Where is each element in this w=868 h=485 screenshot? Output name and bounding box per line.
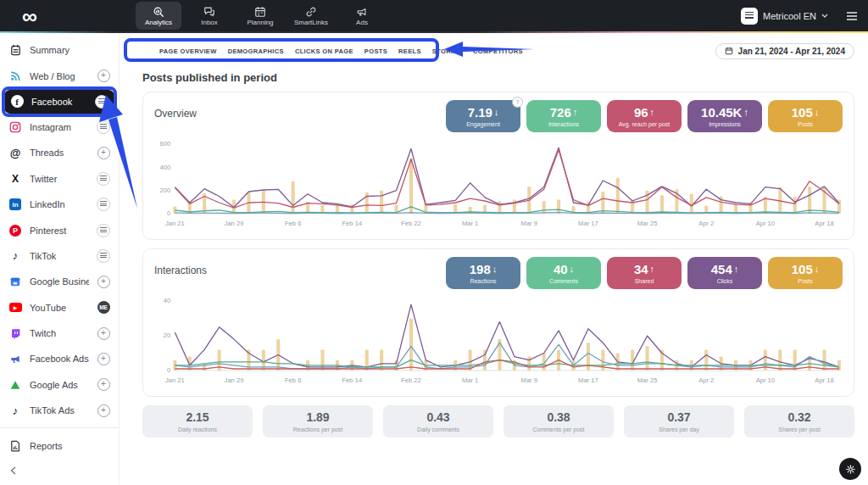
sidebar-item-google-ads[interactable]: Google Ads + [0,372,119,398]
sidebar-item-summary[interactable]: Summary [0,37,119,63]
svg-text:40: 40 [164,298,170,305]
settings-fab[interactable] [839,458,861,480]
interactions-card: Interactions 198↓ Reactions 40↓ Comments… [142,248,854,397]
svg-text:Apr 2: Apr 2 [698,220,714,227]
stat-card-shares-per-day: 0.37 Shares per day [624,405,734,438]
svg-text:Feb 6: Feb 6 [285,220,301,227]
chart-bar [542,201,546,214]
metric-chip-clicks[interactable]: 454↑ Clicks [687,257,762,289]
subnav-tab-posts[interactable]: POSTS [364,47,387,55]
info-icon[interactable]: ? [512,97,523,108]
stat-card-daily-comments: 0.43 Daily comments [383,405,493,438]
summary-icon [8,44,22,57]
connected-account-badge [97,172,110,186]
gear-icon [845,464,856,475]
subnav-tab-stories[interactable]: STORIES [432,47,462,55]
connect-plus-button[interactable]: + [97,147,110,159]
svg-text:Jan 29: Jan 29 [225,376,244,384]
connect-plus-button[interactable]: + [97,378,110,391]
subnav-tab-demographics[interactable]: DEMOGRAPHICS [228,47,284,55]
svg-text:0: 0 [167,210,170,218]
connected-account-badge [97,224,110,237]
trend-up-icon: ↑ [650,108,655,117]
footer-stats-row: 2.15 Daily reactions 1.89 Reactions per … [142,405,854,438]
chart-line-purple [175,304,839,367]
chart-bar [646,346,649,371]
connect-plus-button[interactable]: + [97,276,110,288]
connect-plus-button[interactable]: + [97,404,110,417]
facebook-ads-icon [8,353,22,365]
connect-plus-button[interactable]: + [97,327,110,340]
sidebar-item-reports[interactable]: Reports [0,432,119,458]
sidebar: Summary Web / Blog + f Facebook Instagra… [0,33,119,485]
sidebar-item-youtube[interactable]: ▶ YouTube ME [0,295,119,321]
metric-chip-shared[interactable]: 34↑ Shared [607,257,682,289]
chart-bar [409,158,413,214]
svg-text:Mar 1: Mar 1 [462,220,478,227]
overview-metric-chips: ? 7.19↓ Engagement 726↑ Interactions 96↑… [446,100,843,132]
subnav-tab-reels[interactable]: REELS [398,47,421,55]
top-tab-planning[interactable]: Planning [237,2,283,30]
trend-down-icon: ↓ [815,265,820,274]
account-menu[interactable]: Metricool EN [741,8,828,25]
sidebar-item-tiktok-ads[interactable]: ♪ TikTok Ads + [0,398,119,423]
tiktok-ads-icon: ♪ [8,404,22,417]
metric-chip-comments[interactable]: 40↓ Comments [526,257,601,289]
chart-bar [409,319,413,371]
metric-chip-engagement[interactable]: ? 7.19↓ Engagement [446,100,520,132]
sidebar-item-threads[interactable]: @ Threads + [0,140,119,165]
metric-chip-posts[interactable]: 105↓ Posts [768,100,843,132]
svg-text:20: 20 [164,332,170,340]
metric-chip-posts[interactable]: 105↓ Posts [768,257,843,289]
svg-text:Jan 21: Jan 21 [165,376,185,384]
hamburger-menu-icon[interactable] [846,12,858,20]
account-name: Metricool EN [763,11,816,21]
svg-text:Feb 22: Feb 22 [401,220,421,227]
sidebar-item-tiktok[interactable]: ♪ TikTok [0,243,119,269]
stat-card-shares-per-post: 0.32 Shares per post [744,405,854,438]
section-title-interactions: Interactions [154,265,207,276]
stat-card-daily-reactions: 2.15 Daily reactions [142,405,253,438]
chart-bar [793,197,797,214]
chart-bar [616,178,620,214]
svg-text:Feb 6: Feb 6 [285,376,301,384]
trend-down-icon: ↓ [492,265,498,274]
connect-plus-button[interactable]: + [97,70,110,82]
connected-account-badge [95,95,108,109]
subnav-tab-competitors[interactable]: COMPETITORS [473,47,523,55]
subnav-row: PAGE OVERVIEWDEMOGRAPHICSCLICKS ON PAGEP… [142,38,854,64]
page-title: Posts published in period [142,71,854,84]
metric-chip-avg-reach-per-post[interactable]: 96↑ Avg. reach per post [607,100,682,132]
top-tab-analytics[interactable]: Analytics [136,2,181,30]
sidebar-item-facebook-ads[interactable]: Facebook Ads + [0,346,119,371]
sidebar-item-facebook[interactable]: f Facebook [4,90,114,114]
planning-icon [254,6,266,18]
top-tab-smartlinks[interactable]: SmartLinks [288,2,334,30]
metricool-logo[interactable]: ∞ [22,1,37,32]
connected-account-badge: ME [97,301,110,314]
subnav-tab-clicks-on-page[interactable]: CLICKS ON PAGE [295,47,353,55]
metric-chip-reactions[interactable]: 198↓ Reactions [446,257,520,289]
sidebar-item-instagram[interactable]: Instagram [0,114,119,140]
top-tab-inbox[interactable]: Inbox [186,2,232,30]
metric-chip-impressions[interactable]: 10.45K↑ Impressions [687,100,762,132]
brand-avatar [741,8,758,25]
sidebar-item-twitch[interactable]: Twitch + [0,321,119,346]
sidebar-item-linkedin[interactable]: in LinkedIn [0,192,119,217]
chart-bar [808,187,811,214]
svg-text:0: 0 [167,367,170,375]
svg-text:Mar 25: Mar 25 [637,376,658,384]
svg-text:Apr 18: Apr 18 [815,220,833,227]
sidebar-collapse-button[interactable] [10,463,16,478]
sidebar-item-pinterest[interactable]: P Pinterest [0,217,119,242]
date-range-picker[interactable]: Jan 21, 2024 - Apr 21, 2024 [715,43,854,59]
sidebar-item-twitter[interactable]: X Twitter [0,166,119,192]
sidebar-item-google-business[interactable]: Google Business ... + [0,269,119,294]
sidebar-item-web-blog[interactable]: Web / Blog + [0,63,119,88]
chart-bar [365,192,369,214]
top-tab-ads[interactable]: Ads [339,2,385,30]
subnav-tab-page-overview[interactable]: PAGE OVERVIEW [159,47,217,55]
metric-chip-interactions[interactable]: 726↑ Interactions [526,100,601,132]
connect-plus-button[interactable]: + [97,353,110,365]
svg-text:Mar 9: Mar 9 [521,220,537,227]
